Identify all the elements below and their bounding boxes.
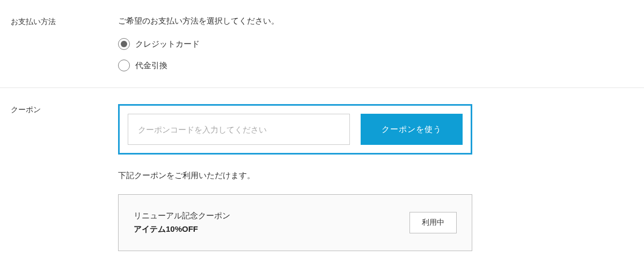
radio-option-credit-card[interactable]: クレジットカード [118, 38, 200, 50]
coupon-discount: アイテム10%OFF [134, 224, 230, 234]
payment-instruction: ご希望のお支払い方法を選択してください。 [118, 16, 472, 26]
coupon-code-input[interactable] [128, 114, 350, 145]
coupon-input-container: クーポンを使う [118, 104, 472, 155]
coupon-section-label: クーポン [11, 104, 118, 251]
radio-icon [118, 38, 130, 50]
payment-section-content: ご希望のお支払い方法を選択してください。 クレジットカード 代金引換 [118, 16, 472, 71]
available-coupons-text: 下記クーポンをご利用いただけます。 [118, 171, 472, 181]
coupon-section-content: クーポンを使う 下記クーポンをご利用いただけます。 リニューアル記念クーポン ア… [118, 104, 472, 251]
coupon-title: リニューアル記念クーポン [134, 211, 230, 221]
coupon-card: リニューアル記念クーポン アイテム10%OFF 利用中 [118, 194, 472, 251]
coupon-section: クーポン クーポンを使う 下記クーポンをご利用いただけます。 リニューアル記念ク… [0, 88, 644, 267]
payment-radio-group: クレジットカード 代金引換 [118, 38, 472, 71]
payment-method-section: お支払い方法 ご希望のお支払い方法を選択してください。 クレジットカード 代金引… [0, 0, 644, 87]
payment-section-label: お支払い方法 [11, 16, 118, 71]
radio-label-cod: 代金引換 [135, 61, 167, 71]
coupon-card-info: リニューアル記念クーポン アイテム10%OFF [134, 211, 230, 234]
radio-option-cod[interactable]: 代金引換 [118, 60, 167, 71]
radio-icon [118, 60, 130, 71]
radio-label-credit-card: クレジットカード [135, 39, 200, 49]
coupon-status-badge: 利用中 [409, 212, 457, 233]
apply-coupon-button[interactable]: クーポンを使う [361, 114, 463, 145]
